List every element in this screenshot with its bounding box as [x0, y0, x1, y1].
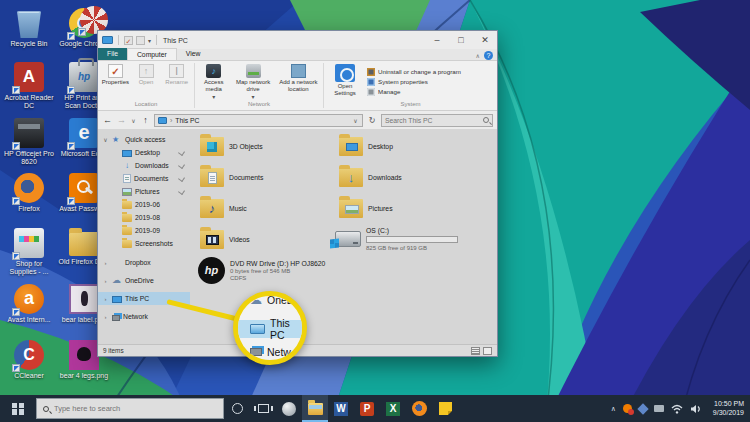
dropbox-tray-icon[interactable]	[637, 403, 648, 414]
sidebar-item-onedrive[interactable]: › OneDrive	[98, 274, 190, 287]
sidebar-item-2019-06[interactable]: 2019-06	[98, 198, 190, 211]
add-network-location-button[interactable]: Add a network location	[277, 63, 320, 100]
task-view-button[interactable]	[250, 395, 276, 422]
desktop-icon-recycle-bin[interactable]: Recycle Bin	[2, 8, 56, 48]
chevron-right-icon[interactable]: ›	[102, 278, 109, 284]
task-view-icon	[258, 404, 269, 413]
details-view-icon[interactable]	[471, 347, 480, 355]
group-label-system: System	[324, 100, 497, 110]
taskbar-app-hp[interactable]	[276, 395, 302, 422]
tab-file[interactable]: File	[98, 48, 127, 60]
folder-downloads[interactable]: Downloads	[339, 168, 402, 187]
minimize-ribbon-icon[interactable]: ∧	[476, 52, 480, 59]
desktop-icon-acrobat-reader[interactable]: Acrobat Reader DC	[2, 62, 56, 110]
powerpoint-icon: P	[360, 402, 374, 416]
new-folder-quick-icon[interactable]	[136, 36, 145, 45]
properties-quick-icon[interactable]	[124, 36, 133, 45]
system-menu-icon[interactable]	[102, 36, 113, 44]
open-button[interactable]: Open	[132, 63, 161, 100]
address-input[interactable]: › This PC ∨	[154, 114, 363, 127]
chevron-right-icon[interactable]: ›	[102, 296, 109, 302]
system-properties-button[interactable]: System properties	[367, 78, 461, 86]
volume-icon[interactable]	[690, 404, 702, 414]
sidebar-item-network[interactable]: › Network	[98, 310, 190, 323]
folder-videos[interactable]: Videos	[200, 230, 250, 249]
taskbar-search-input[interactable]	[54, 404, 217, 413]
onedrive-icon: ☁	[250, 293, 262, 307]
tab-view[interactable]: View	[177, 48, 210, 60]
folder-music[interactable]: Music	[200, 199, 247, 218]
recent-locations-caret-icon[interactable]: ∨	[130, 117, 137, 124]
address-dropdown-caret-icon[interactable]: ∨	[352, 117, 359, 124]
maximize-button[interactable]: □	[449, 31, 473, 49]
start-button[interactable]	[0, 395, 36, 422]
search-input[interactable]	[385, 117, 483, 124]
folder-desktop[interactable]: Desktop	[339, 137, 393, 156]
rename-button[interactable]: Rename	[162, 63, 191, 100]
up-button[interactable]: ↑	[140, 115, 151, 125]
title-bar[interactable]: ▾ This PC – □ ✕	[98, 31, 497, 49]
desktop-icon-shop-for-supplies[interactable]: Shop for Supplies - ...	[2, 228, 56, 276]
quick-access-toolbar: ▾	[102, 35, 159, 45]
shortcut-arrow-icon	[12, 364, 20, 372]
drive-dvd-rw[interactable]: hp DVD RW Drive (D:) HP OJ8620 0 bytes f…	[198, 257, 325, 284]
folder-3d-objects[interactable]: 3D Objects	[200, 137, 263, 156]
open-settings-button[interactable]: Open Settings	[327, 63, 363, 100]
chevron-right-icon[interactable]: ›	[102, 260, 109, 266]
sidebar-item-downloads[interactable]: Downloads	[98, 159, 190, 172]
sidebar-item-documents[interactable]: Documents	[98, 172, 190, 185]
taskbar-file-explorer[interactable]	[302, 395, 328, 422]
sidebar-item-quick-access[interactable]: ∨ Quick access	[98, 133, 190, 146]
desktop-icon-label: Avast Intern...	[2, 316, 56, 324]
sidebar-item-pictures[interactable]: Pictures	[98, 185, 190, 198]
onedrive-tray-icon[interactable]	[654, 405, 664, 412]
customize-toolbar-caret-icon[interactable]: ▾	[148, 37, 151, 44]
thumbnail-view-icon[interactable]	[483, 347, 492, 355]
desktop-icon-hp-officejet[interactable]: HP Officejet Pro 8620	[2, 118, 56, 166]
show-hidden-icons-chevron[interactable]: ∧	[611, 405, 616, 413]
properties-button[interactable]: Properties	[101, 63, 130, 100]
taskbar-powerpoint[interactable]: P	[354, 395, 380, 422]
address-bar: ← → ∨ ↑ › This PC ∨ ↻	[98, 111, 497, 129]
manage-button[interactable]: Manage	[367, 88, 461, 96]
sidebar-item-dropbox[interactable]: › Dropbox	[98, 256, 190, 269]
taskbar-clock[interactable]: 10:50 PM 9/30/2019	[709, 400, 744, 417]
breadcrumb[interactable]: This PC	[175, 117, 349, 124]
taskbar-excel[interactable]: X	[380, 395, 406, 422]
taskbar-firefox[interactable]	[406, 395, 432, 422]
minimize-button[interactable]: –	[425, 31, 449, 49]
tab-computer[interactable]: Computer	[127, 48, 177, 60]
settings-gear-icon	[335, 64, 355, 82]
sidebar-item-screenshots[interactable]: Screenshots	[98, 237, 190, 250]
access-media-button[interactable]: Access media ▾	[198, 63, 229, 100]
shop-supplies-icon	[14, 228, 44, 258]
sidebar-item-2019-08[interactable]: 2019-08	[98, 211, 190, 224]
desktop-icon-firefox[interactable]: Firefox	[2, 173, 56, 213]
folder-pictures[interactable]: Pictures	[339, 199, 393, 218]
taskbar-search[interactable]	[36, 398, 224, 419]
sidebar-item-desktop[interactable]: Desktop	[98, 146, 190, 159]
dropdown-caret-icon: ▾	[212, 93, 215, 100]
help-icon[interactable]: ?	[484, 51, 493, 60]
map-network-drive-button[interactable]: Map network drive ▾	[231, 63, 274, 100]
refresh-icon[interactable]: ↻	[366, 116, 378, 125]
network-wifi-icon[interactable]	[671, 404, 683, 414]
sidebar-item-2019-09[interactable]: 2019-09	[98, 224, 190, 237]
uninstall-program-button[interactable]: Uninstall or change a program	[367, 68, 461, 76]
search-box[interactable]	[381, 114, 493, 127]
chevron-right-icon[interactable]: ›	[102, 314, 109, 320]
folder-documents[interactable]: Documents	[200, 168, 263, 187]
forward-button[interactable]: →	[116, 115, 127, 125]
chevron-down-icon[interactable]: ∨	[102, 136, 109, 143]
ribbon-tabs: File Computer View ∧ ?	[98, 49, 497, 61]
cortana-button[interactable]	[224, 395, 250, 422]
ribbon-group-system: Open Settings Uninstall or change a prog…	[324, 61, 497, 110]
taskbar-word[interactable]: W	[328, 395, 354, 422]
desktop-icon-ccleaner[interactable]: CCleaner	[2, 340, 56, 380]
avast-tray-icon[interactable]	[623, 404, 632, 413]
back-button[interactable]: ←	[102, 115, 113, 125]
desktop-icon-avast-internet[interactable]: Avast Intern...	[2, 284, 56, 324]
taskbar-sticky-notes[interactable]	[432, 395, 458, 422]
drive-os-c[interactable]: OS (C:) 825 GB free of 919 GB	[335, 227, 458, 251]
close-button[interactable]: ✕	[473, 31, 497, 49]
